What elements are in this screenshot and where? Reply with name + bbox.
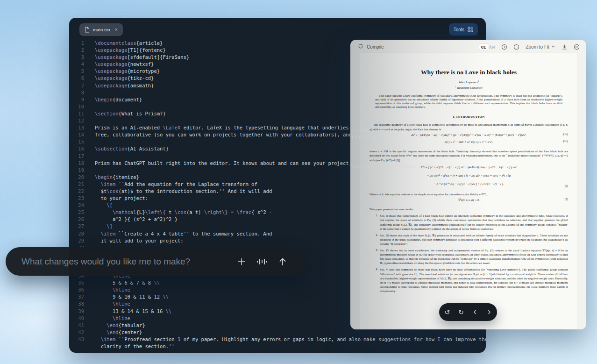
- undo-button[interactable]: ↺: [441, 305, 453, 319]
- paper-results-list: 1.Sec. II shows that perturbations of a …: [370, 214, 568, 293]
- paper-affiliation: 1 Vanderbilt University: [370, 86, 568, 89]
- pdf-nav-bar: ↺ ↻: [439, 303, 497, 321]
- zoom-to-fit-dropdown[interactable]: Zoom to Fit: [526, 44, 555, 50]
- chat-input[interactable]: [21, 257, 231, 267]
- pdf-preview-panel: scientificred by openaiyou can tell it t…: [350, 40, 586, 329]
- page-total: /84: [489, 44, 495, 50]
- next-page-button[interactable]: [483, 305, 495, 319]
- equation-row: − Δ⁻ˢ ∂r(Δˢ⁺¹ ∂r) − ∂x[ (1 − x²) ∂x ] + …: [370, 180, 568, 188]
- prev-page-button[interactable]: [469, 305, 481, 319]
- paper-equation-1a: ds² = −(Δ/Σ)[dt − a(1 − x²)dφ]² + ((1 − …: [370, 131, 568, 138]
- paper-section-heading: I. INTRODUCTION: [370, 115, 568, 119]
- paper-paragraph-1: The spacetime geometry of a Kerr black h…: [370, 122, 568, 131]
- code-line[interactable]: clarity of the section.'': [69, 343, 486, 350]
- tools-button[interactable]: Tools: [449, 23, 478, 36]
- download-button[interactable]: [561, 44, 568, 50]
- attach-button[interactable]: [231, 251, 252, 272]
- paper-abstract: This paper presents a new conformal symm…: [375, 94, 562, 108]
- file-icon: [85, 27, 90, 33]
- ghost-code-text: you can tell it things with: [351, 163, 431, 169]
- tools-grid-icon: [468, 27, 473, 32]
- chevron-down-icon: [551, 44, 555, 50]
- desktop: main.tex × Tools 1\documentclass{article…: [0, 0, 597, 364]
- code-line[interactable]: 42 \end{center}: [69, 329, 486, 336]
- paper-list-item: 3.Sec. IV shows that in these coordinate…: [374, 248, 568, 265]
- compile-label: Compile: [367, 44, 384, 50]
- paper-list-item: 2.Sec. III shows that each of the three …: [374, 233, 568, 246]
- paper-title: Why there is no Love in black holes: [370, 69, 568, 76]
- paper-list-item: 4.Sec. V uses this symmetry to show that…: [374, 267, 568, 293]
- ghost-code-text: scientific: [354, 127, 384, 133]
- more-options-button[interactable]: [574, 44, 580, 50]
- paper-list-item: 1.Sec. II shows that perturbations of a …: [374, 214, 568, 230]
- send-button[interactable]: [272, 251, 293, 272]
- paper-equation-3: ∇²ψ(t, r, x, φ) = 0.(3): [370, 196, 568, 203]
- pdf-page[interactable]: Why there is no Love in black holes Alex…: [360, 52, 578, 329]
- paper-equation-1b: Δ(r) = r² − 2Mr + a², Σ(r, x) = r² + a²x…: [370, 138, 568, 145]
- paper-paragraph-3: When s = 0, this equation reduces to the…: [370, 192, 568, 196]
- pdf-toolbar: Compile 01 /84 Zoom to: [350, 40, 586, 54]
- close-icon[interactable]: ×: [115, 27, 118, 32]
- compile-button[interactable]: Compile: [358, 43, 384, 50]
- tab-bar: main.tex × Tools: [69, 18, 486, 39]
- zoom-out-button[interactable]: [513, 44, 519, 50]
- equation-row: − 2s[ M(r² − a²)/Δ − (r + iax) ] ∂t − 2s…: [370, 171, 568, 180]
- page-number-input[interactable]: 01: [479, 44, 488, 50]
- zoom-in-button[interactable]: [501, 44, 507, 50]
- paper-paragraph-2: where a = J/M is the specific angular mo…: [370, 149, 568, 162]
- page-indicator: 01 /84: [479, 44, 496, 50]
- zoom-to-fit-label: Zoom to Fit: [526, 44, 549, 50]
- paper-paragraph-4: This paper presents four new results:: [370, 207, 568, 211]
- redo-button[interactable]: ↻: [455, 305, 467, 319]
- pdf-toolbar-right: 01 /84 Zoom to Fit: [479, 44, 580, 50]
- voice-input-button[interactable]: [252, 251, 272, 272]
- tools-button-label: Tools: [454, 27, 464, 32]
- tab-label: main.tex: [93, 27, 111, 32]
- tab-main-tex[interactable]: main.tex ×: [79, 23, 123, 36]
- paper-author: Alex Lupsasca1: [370, 80, 568, 84]
- code-line[interactable]: 43 \item ``Proofread section 1 of my pap…: [69, 336, 486, 343]
- ghost-code-text: red by openai: [351, 134, 390, 140]
- chat-input-bar: [6, 247, 305, 276]
- compile-refresh-icon: [358, 43, 363, 50]
